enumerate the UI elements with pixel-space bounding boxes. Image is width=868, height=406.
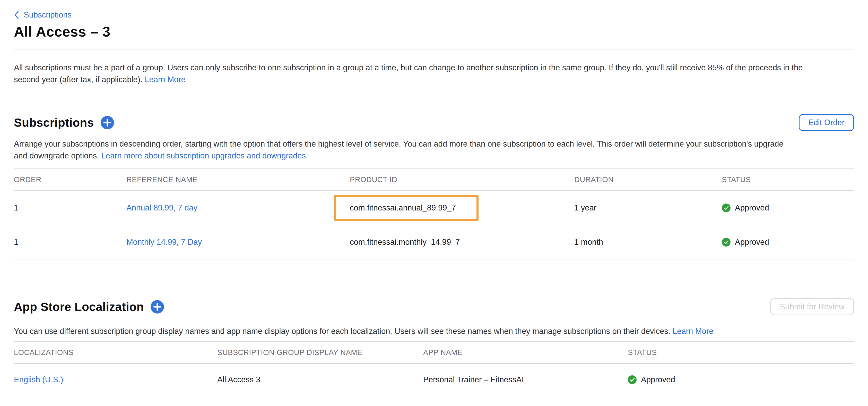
status-badge: Approved xyxy=(722,237,854,247)
approved-check-icon xyxy=(722,204,731,212)
column-header-app-name: APP NAME xyxy=(423,348,628,357)
column-header-order: ORDER xyxy=(14,175,126,184)
duration-value: 1 year xyxy=(574,203,722,212)
localization-description: You can use different subscription group… xyxy=(14,325,838,337)
duration-value: 1 month xyxy=(574,237,722,247)
localization-learn-more-link[interactable]: Learn More xyxy=(673,327,714,336)
breadcrumb[interactable]: Subscriptions xyxy=(14,10,71,20)
intro-text: All subscriptions must be a part of a gr… xyxy=(14,63,803,84)
localization-section-title: App Store Localization xyxy=(14,300,144,314)
localization-description-text: You can use different subscription group… xyxy=(14,327,673,336)
localization-table: LOCALIZATIONS SUBSCRIPTION GROUP DISPLAY… xyxy=(14,341,854,396)
breadcrumb-subscriptions-link[interactable]: Subscriptions xyxy=(24,10,71,20)
chevron-left-icon xyxy=(14,10,19,19)
reference-name-link[interactable]: Annual 89.99, 7 day xyxy=(126,203,197,212)
column-header-reference-name: REFERENCE NAME xyxy=(126,175,350,184)
page-divider xyxy=(14,49,854,50)
localization-section-header: App Store Localization Submit for Review xyxy=(14,298,854,316)
upgrades-downgrades-link[interactable]: Learn more about subscription upgrades a… xyxy=(101,151,308,160)
intro-learn-more-link[interactable]: Learn More xyxy=(145,75,186,84)
edit-order-button[interactable]: Edit Order xyxy=(799,114,854,131)
status-badge: Approved xyxy=(628,375,854,384)
intro-paragraph: All subscriptions must be a part of a gr… xyxy=(14,62,830,86)
app-name-value: Personal Trainer – FitnessAI xyxy=(423,375,628,384)
table-row: English (U.S.) All Access 3 Personal Tra… xyxy=(14,364,854,396)
table-row: 1 Annual 89.99, 7 day com.fitnessai.annu… xyxy=(14,191,854,225)
column-header-duration: DURATION xyxy=(574,175,722,184)
submit-for-review-button[interactable]: Submit for Review xyxy=(770,298,854,315)
column-header-product-id: PRODUCT ID xyxy=(350,175,574,184)
group-display-name-value: All Access 3 xyxy=(217,375,423,384)
column-header-group-display-name: SUBSCRIPTION GROUP DISPLAY NAME xyxy=(217,348,423,357)
subscriptions-section-header: Subscriptions Edit Order xyxy=(14,114,854,132)
status-label: Approved xyxy=(735,203,769,212)
page-title: All Access – 3 xyxy=(14,24,854,40)
product-id-value: com.fitnessai.monthly_14.99_7 xyxy=(350,237,574,247)
add-subscription-button[interactable] xyxy=(101,116,114,129)
add-localization-button[interactable] xyxy=(151,300,164,314)
order-value: 1 xyxy=(14,237,126,247)
column-header-status: STATUS xyxy=(628,348,854,357)
column-header-status: STATUS xyxy=(722,175,854,184)
product-id-value: com.fitnessai.annual_89.99_7 xyxy=(350,203,456,212)
localization-table-header: LOCALIZATIONS SUBSCRIPTION GROUP DISPLAY… xyxy=(14,342,854,364)
status-badge: Approved xyxy=(722,203,854,212)
subscriptions-table-header: ORDER REFERENCE NAME PRODUCT ID DURATION… xyxy=(14,169,854,191)
subscriptions-table: ORDER REFERENCE NAME PRODUCT ID DURATION… xyxy=(14,169,854,259)
status-label: Approved xyxy=(735,237,769,247)
approved-check-icon xyxy=(722,238,731,246)
subscriptions-section-title: Subscriptions xyxy=(14,116,94,129)
subscriptions-description: Arrange your subscriptions in descending… xyxy=(14,138,791,162)
status-label: Approved xyxy=(641,375,675,384)
table-row: 1 Monthly 14.99, 7 Day com.fitnessai.mon… xyxy=(14,225,854,259)
plus-icon xyxy=(101,116,114,129)
plus-icon xyxy=(151,300,164,314)
order-value: 1 xyxy=(14,203,126,212)
approved-check-icon xyxy=(628,375,637,384)
reference-name-link[interactable]: Monthly 14.99, 7 Day xyxy=(126,237,202,246)
column-header-localizations: LOCALIZATIONS xyxy=(14,348,217,357)
localization-link[interactable]: English (U.S.) xyxy=(14,375,63,384)
